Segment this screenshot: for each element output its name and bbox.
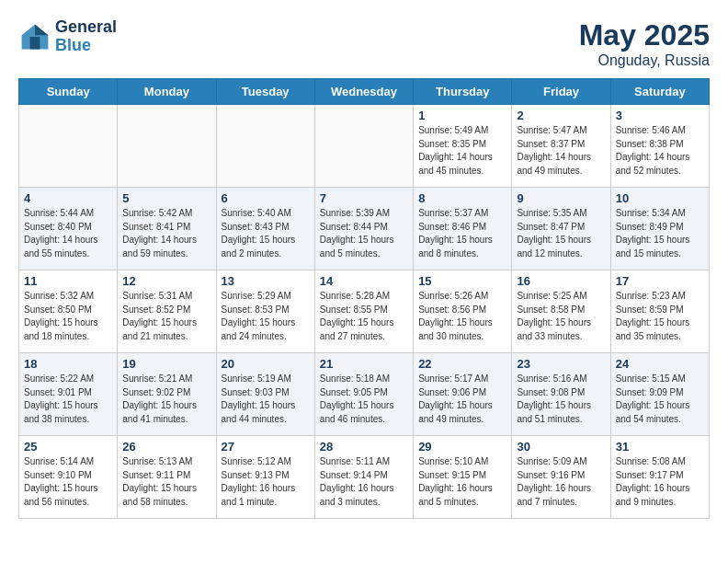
cell-info-line: Daylight: 14 hours [517, 151, 605, 165]
cell-info-line: Daylight: 14 hours [122, 234, 210, 247]
cell-info-line: Sunset: 9:10 PM [24, 469, 112, 483]
cell-info-line: Daylight: 15 hours [222, 234, 310, 247]
cal-cell: 31Sunrise: 5:08 AMSunset: 9:17 PMDayligh… [610, 436, 709, 519]
cell-info-line: and 41 minutes. [122, 413, 210, 427]
cal-cell: 24Sunrise: 5:15 AMSunset: 9:09 PMDayligh… [610, 353, 709, 436]
day-header-sunday: Sunday [19, 79, 118, 105]
cell-info-line: Sunset: 9:02 PM [122, 386, 210, 400]
day-number: 6 [222, 191, 310, 205]
cell-info-line: and 30 minutes. [418, 330, 506, 344]
cell-info-line: Daylight: 15 hours [24, 399, 112, 413]
day-number: 14 [320, 274, 408, 288]
cell-info-line: Sunset: 8:49 PM [616, 221, 704, 235]
cell-info-line: Sunset: 8:47 PM [517, 221, 605, 235]
cell-info-line: Sunset: 9:14 PM [320, 469, 408, 483]
day-number: 5 [122, 191, 210, 205]
day-header-tuesday: Tuesday [216, 79, 314, 105]
cal-cell: 15Sunrise: 5:26 AMSunset: 8:56 PMDayligh… [414, 270, 512, 353]
cell-info-line: Sunrise: 5:10 AM [418, 455, 506, 469]
day-number: 22 [418, 357, 506, 371]
day-number: 15 [418, 274, 506, 288]
cal-cell: 4Sunrise: 5:44 AMSunset: 8:40 PMDaylight… [19, 188, 118, 270]
day-number: 28 [320, 440, 408, 454]
day-number: 17 [616, 274, 704, 288]
cell-info-line: and 2 minutes. [222, 247, 310, 261]
cell-info-line: and 9 minutes. [616, 496, 704, 510]
cell-info-line: and 54 minutes. [616, 413, 704, 427]
cal-cell: 25Sunrise: 5:14 AMSunset: 9:10 PMDayligh… [19, 436, 118, 519]
cell-info-line: and 15 minutes. [616, 247, 704, 261]
cell-info-line: and 38 minutes. [24, 413, 112, 427]
cal-cell: 19Sunrise: 5:21 AMSunset: 9:02 PMDayligh… [118, 353, 216, 436]
cell-info-line: Sunrise: 5:37 AM [418, 207, 506, 221]
cal-cell: 12Sunrise: 5:31 AMSunset: 8:52 PMDayligh… [118, 270, 216, 353]
header-row: SundayMondayTuesdayWednesdayThursdayFrid… [19, 79, 710, 105]
cell-info-line: Sunrise: 5:28 AM [320, 290, 408, 304]
cell-info-line: and 55 minutes. [24, 247, 112, 261]
cell-info-line: Sunset: 9:16 PM [517, 469, 605, 483]
cell-info-line: Sunset: 9:17 PM [616, 469, 704, 483]
cell-info-line: Sunset: 8:41 PM [122, 221, 210, 235]
cell-info-line: Sunset: 9:05 PM [320, 386, 408, 400]
title-block: May 2025 Onguday, Russia [579, 18, 710, 69]
svg-marker-1 [35, 24, 48, 35]
cal-cell: 30Sunrise: 5:09 AMSunset: 9:16 PMDayligh… [512, 436, 610, 519]
cal-cell: 29Sunrise: 5:10 AMSunset: 9:15 PMDayligh… [414, 436, 512, 519]
cell-info-line: Sunrise: 5:31 AM [122, 290, 210, 304]
day-number: 18 [24, 357, 112, 371]
cell-info-line: Sunset: 8:37 PM [517, 138, 605, 152]
cell-info-line: Sunset: 8:46 PM [418, 221, 506, 235]
cell-info-line: Sunrise: 5:34 AM [616, 207, 704, 221]
day-number: 27 [222, 440, 310, 454]
day-header-saturday: Saturday [610, 79, 709, 105]
cell-info-line: Sunset: 8:40 PM [24, 221, 112, 235]
cell-info-line: Sunrise: 5:29 AM [222, 290, 310, 304]
cal-cell: 28Sunrise: 5:11 AMSunset: 9:14 PMDayligh… [314, 436, 413, 519]
cell-info-line: Sunset: 8:58 PM [517, 304, 605, 317]
cell-info-line: and 51 minutes. [517, 413, 605, 427]
cell-info-line: Daylight: 15 hours [517, 234, 605, 247]
cell-info-line: Sunset: 8:43 PM [222, 221, 310, 235]
cal-cell: 16Sunrise: 5:25 AMSunset: 8:58 PMDayligh… [512, 270, 610, 353]
cell-info-line: Sunrise: 5:25 AM [517, 290, 605, 304]
cell-info-line: Daylight: 16 hours [222, 482, 310, 496]
cell-info-line: and 12 minutes. [517, 247, 605, 261]
day-number: 31 [616, 440, 704, 454]
cell-info-line: and 24 minutes. [222, 330, 310, 344]
cal-cell [118, 105, 216, 188]
cell-info-line: Sunrise: 5:39 AM [320, 207, 408, 221]
cell-info-line: Daylight: 15 hours [517, 316, 605, 330]
cell-info-line: Sunrise: 5:40 AM [222, 207, 310, 221]
day-number: 29 [418, 440, 506, 454]
day-number: 24 [616, 357, 704, 371]
day-header-wednesday: Wednesday [314, 79, 413, 105]
cell-info-line: Sunrise: 5:16 AM [517, 373, 605, 386]
calendar-table: SundayMondayTuesdayWednesdayThursdayFrid… [18, 78, 710, 519]
cell-info-line: Sunrise: 5:19 AM [222, 373, 310, 386]
cell-info-line: Sunrise: 5:08 AM [616, 455, 704, 469]
cal-cell: 1Sunrise: 5:49 AMSunset: 8:35 PMDaylight… [414, 105, 512, 188]
cell-info-line: and 27 minutes. [320, 330, 408, 344]
day-number: 10 [616, 191, 704, 205]
cal-cell: 17Sunrise: 5:23 AMSunset: 8:59 PMDayligh… [610, 270, 709, 353]
cal-cell: 18Sunrise: 5:22 AMSunset: 9:01 PMDayligh… [19, 353, 118, 436]
cell-info-line: Sunset: 9:13 PM [222, 469, 310, 483]
cell-info-line: and 8 minutes. [418, 247, 506, 261]
cell-info-line: Sunset: 9:09 PM [616, 386, 704, 400]
cell-info-line: Daylight: 15 hours [616, 234, 704, 247]
cell-info-line: and 33 minutes. [517, 330, 605, 344]
cell-info-line: and 49 minutes. [517, 165, 605, 178]
cell-info-line: Sunrise: 5:15 AM [616, 373, 704, 386]
cell-info-line: Daylight: 14 hours [24, 234, 112, 247]
cell-info-line: Sunset: 8:44 PM [320, 221, 408, 235]
cell-info-line: Sunset: 8:35 PM [418, 138, 506, 152]
day-number: 13 [222, 274, 310, 288]
cell-info-line: Daylight: 15 hours [418, 234, 506, 247]
day-number: 20 [222, 357, 310, 371]
day-number: 1 [418, 109, 506, 122]
logo: General Blue [18, 18, 117, 55]
cell-info-line: Sunrise: 5:21 AM [122, 373, 210, 386]
cell-info-line: Sunset: 9:06 PM [418, 386, 506, 400]
logo-icon [18, 20, 51, 53]
page-header: General Blue May 2025 Onguday, Russia [18, 18, 710, 69]
